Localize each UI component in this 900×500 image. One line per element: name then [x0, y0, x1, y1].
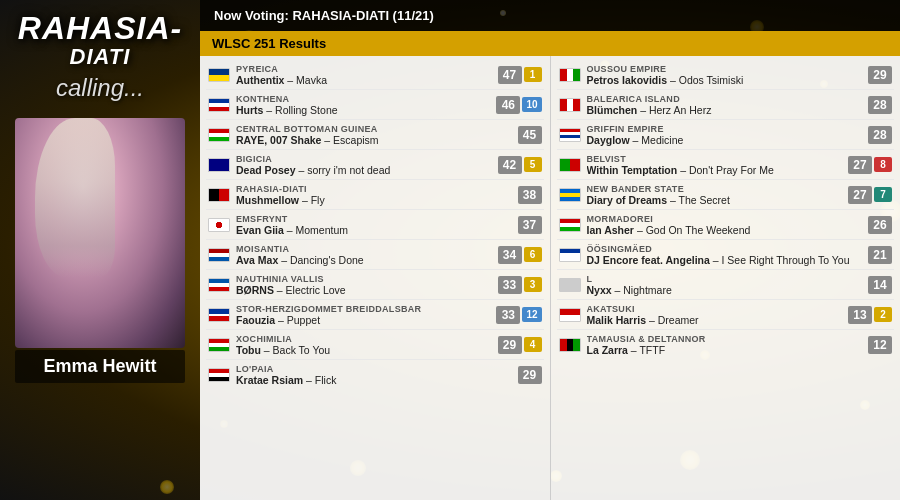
score-area: 37: [518, 216, 542, 234]
table-row: EMSFRYNTEvan Giia – Momentum37: [206, 210, 544, 240]
score-badge: 1: [524, 67, 542, 82]
row-info: GRIFFIN EMPIREDayglow – Medicine: [587, 124, 865, 146]
score-area: 29: [868, 66, 892, 84]
country-name: BELVIST: [587, 154, 845, 164]
flag-icon: [559, 98, 581, 112]
song-info: Dead Posey – sorry i'm not dead: [236, 164, 494, 176]
song-info: Diary of Dreams – The Secret: [587, 194, 845, 206]
row-info: LNyxx – Nightmare: [587, 274, 865, 296]
score-main: 42: [498, 156, 522, 174]
country-name: BIGICIA: [236, 154, 494, 164]
artist-photo: [15, 118, 185, 348]
country-name: ÖÖSINGMÄED: [587, 244, 865, 254]
score-area: 45: [518, 126, 542, 144]
table-row: PYREICAAuthentix – Mavka471: [206, 60, 544, 90]
score-area: 21: [868, 246, 892, 264]
score-main: 14: [868, 276, 892, 294]
score-main: 37: [518, 216, 542, 234]
score-area: 294: [498, 336, 542, 354]
row-info: BALEARICA ISLANDBlümchen – Herz An Herz: [587, 94, 865, 116]
country-name: LO'PAIA: [236, 364, 514, 374]
flag-icon: [208, 368, 230, 382]
song-info: Authentix – Mavka: [236, 74, 494, 86]
flag-icon: [559, 68, 581, 82]
row-info: KONTHENAHurts – Rolling Stone: [236, 94, 492, 116]
table-row: KONTHENAHurts – Rolling Stone4610: [206, 90, 544, 120]
score-area: 471: [498, 66, 542, 84]
country-name: CENTRAL BOTTOMAN GUINEA: [236, 124, 514, 134]
score-main: 33: [498, 276, 522, 294]
country-name: BALEARICA ISLAND: [587, 94, 865, 104]
country-name: XOCHIMILIA: [236, 334, 494, 344]
left-column: PYREICAAuthentix – Mavka471KONTHENAHurts…: [200, 56, 551, 500]
row-info: MORMADOREIIan Asher – God On The Weekend: [587, 214, 865, 236]
score-main: 38: [518, 186, 542, 204]
row-info: EMSFRYNTEvan Giia – Momentum: [236, 214, 514, 236]
right-column: OUSSOU EMPIREPetros Iakovidis – Odos Tsi…: [551, 56, 901, 500]
flag-icon: [559, 158, 581, 172]
title-line2: DIATI: [18, 44, 182, 70]
calling-text: calling...: [18, 74, 182, 102]
title-box: RAHASIA- DIATI calling...: [8, 0, 192, 108]
flag-icon: [208, 98, 230, 112]
score-main: 21: [868, 246, 892, 264]
flag-icon: [208, 278, 230, 292]
song-info: Ian Asher – God On The Weekend: [587, 224, 865, 236]
song-info: La Zarra – TFTF: [587, 344, 865, 356]
row-info: BELVISTWithin Temptation – Don't Pray Fo…: [587, 154, 845, 176]
score-main: 29: [518, 366, 542, 384]
country-name: PYREICA: [236, 64, 494, 74]
song-info: Blümchen – Herz An Herz: [587, 104, 865, 116]
score-badge: 8: [874, 157, 892, 172]
score-badge: 4: [524, 337, 542, 352]
score-main: 33: [496, 306, 520, 324]
score-area: 38: [518, 186, 542, 204]
score-area: 425: [498, 156, 542, 174]
country-name: RAHASIA-DIATI: [236, 184, 514, 194]
song-info: Hurts – Rolling Stone: [236, 104, 492, 116]
score-area: 28: [868, 96, 892, 114]
score-main: 34: [498, 246, 522, 264]
artist-name: Emma Hewitt: [15, 350, 185, 383]
sidebar: RAHASIA- DIATI calling... Emma Hewitt: [0, 0, 200, 500]
song-info: Nyxx – Nightmare: [587, 284, 865, 296]
flag-icon: [208, 68, 230, 82]
flag-icon: [208, 308, 230, 322]
score-area: 3312: [496, 306, 541, 324]
score-badge: 2: [874, 307, 892, 322]
score-area: 277: [848, 186, 892, 204]
country-name: KONTHENA: [236, 94, 492, 104]
row-info: AKATSUKIMalik Harris – Dreamer: [587, 304, 845, 326]
row-info: BIGICIADead Posey – sorry i'm not dead: [236, 154, 494, 176]
row-info: LO'PAIAKratae Rsiam – Flick: [236, 364, 514, 386]
song-info: DJ Encore feat. Angelina – I See Right T…: [587, 254, 865, 266]
score-main: 27: [848, 156, 872, 174]
table-row: NAUTHINIA VALLISBØRNS – Electric Love333: [206, 270, 544, 300]
score-badge: 5: [524, 157, 542, 172]
row-info: MOISANTIAAva Max – Dancing's Done: [236, 244, 494, 266]
results-body: PYREICAAuthentix – Mavka471KONTHENAHurts…: [200, 56, 900, 500]
song-info: Ava Max – Dancing's Done: [236, 254, 494, 266]
row-info: XOCHIMILIATobu – Back To You: [236, 334, 494, 356]
flag-icon: [208, 248, 230, 262]
song-info: Mushmellow – Fly: [236, 194, 514, 206]
score-badge: 10: [522, 97, 541, 112]
country-name: NAUTHINIA VALLIS: [236, 274, 494, 284]
score-area: 28: [868, 126, 892, 144]
score-area: 4610: [496, 96, 541, 114]
song-info: Faouzia – Puppet: [236, 314, 492, 326]
flag-icon: [208, 188, 230, 202]
row-info: RAHASIA-DIATIMushmellow – Fly: [236, 184, 514, 206]
country-name: MOISANTIA: [236, 244, 494, 254]
flag-icon: [208, 338, 230, 352]
score-area: 29: [518, 366, 542, 384]
row-info: NEW BANDER STATEDiary of Dreams – The Se…: [587, 184, 845, 206]
row-info: CENTRAL BOTTOMAN GUINEARAYE, 007 Shake –…: [236, 124, 514, 146]
score-area: 278: [848, 156, 892, 174]
score-main: 28: [868, 126, 892, 144]
flag-icon: [559, 338, 581, 352]
score-area: 14: [868, 276, 892, 294]
table-row: MORMADOREIIan Asher – God On The Weekend…: [557, 210, 895, 240]
score-main: 29: [498, 336, 522, 354]
flag-icon: [208, 128, 230, 142]
